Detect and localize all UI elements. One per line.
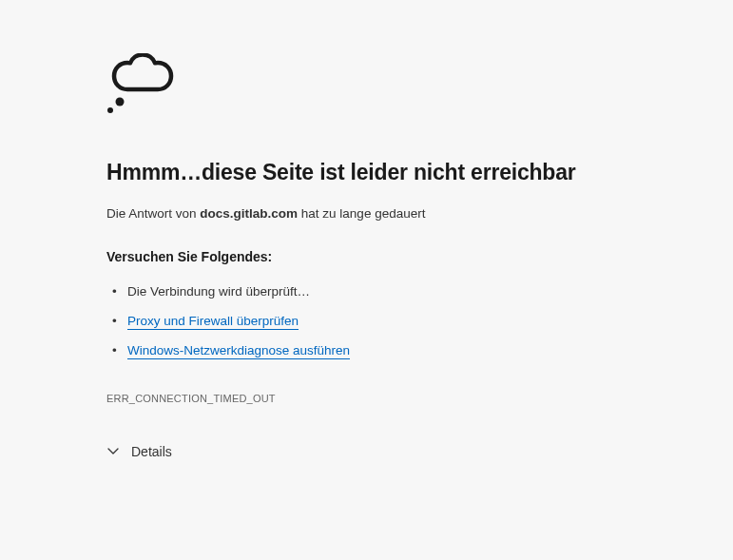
proxy-firewall-link[interactable]: Proxy und Firewall überprüfen — [127, 314, 299, 330]
details-label: Details — [131, 444, 172, 459]
thought-bubble-icon — [106, 53, 589, 126]
suggestions-list: Die Verbindung wird überprüft… Proxy und… — [106, 278, 589, 366]
subtitle-suffix: hat zu lange gedauert — [298, 206, 425, 221]
suggestions-heading: Versuchen Sie Folgendes: — [106, 249, 589, 264]
list-item: Die Verbindung wird überprüft… — [106, 278, 589, 307]
list-item: Proxy und Firewall überprüfen — [106, 307, 589, 337]
error-title: Hmmm…diese Seite ist leider nicht erreic… — [106, 160, 589, 185]
subtitle-prefix: Die Antwort von — [106, 206, 200, 221]
error-subtitle: Die Antwort von docs.gitlab.com hat zu l… — [106, 206, 589, 221]
chevron-down-icon — [106, 444, 120, 460]
svg-point-1 — [107, 107, 113, 113]
suggestion-text: Die Verbindung wird überprüft… — [127, 284, 310, 299]
list-item: Windows-Netzwerkdiagnose ausführen — [106, 337, 589, 366]
svg-point-0 — [116, 98, 125, 106]
subtitle-host: docs.gitlab.com — [200, 206, 298, 221]
details-toggle[interactable]: Details — [106, 444, 172, 460]
network-diagnostics-link[interactable]: Windows-Netzwerkdiagnose ausführen — [127, 343, 350, 359]
error-code: ERR_CONNECTION_TIMED_OUT — [106, 393, 589, 404]
